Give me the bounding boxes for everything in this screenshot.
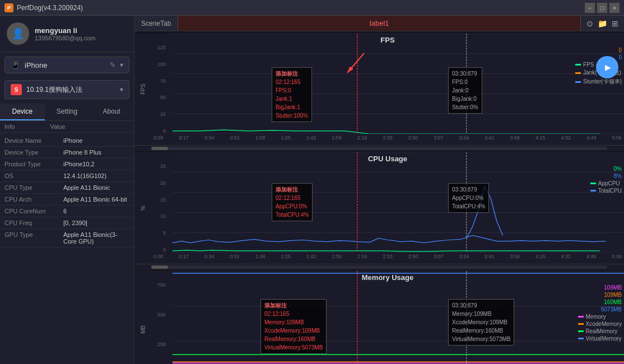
charts-area: FPS FPS 125 100 75 50 25 0 (134, 31, 624, 364)
app-title: PerfDog(v4.3.200924) (17, 4, 585, 12)
memory-chart-inner: Memory Usage 750 500 250 0 (151, 271, 624, 364)
user-email: 1395679580@qq.com (35, 35, 95, 41)
legend-appcpu: AppCPU (590, 180, 622, 186)
fps-tooltip-left: 添加标注 02:12:165 FPS:0 Jank:1 BigJank:1 St… (272, 67, 312, 122)
cpu-chart: % CPU Usage 25 20 15 10 5 0 (134, 152, 624, 264)
cpu-tooltip-left: 添加标注 02:12:165 AppCPU:0% TotalCPU:4% (272, 183, 313, 221)
info-row: CPU Type Apple A11 Bionic (0, 182, 134, 194)
info-value: iPhone (63, 137, 129, 144)
memory-legend: 109MB 109MB 160MB 5073MB Memory XcodeMem… (578, 284, 622, 342)
fps-tooltip-right: 03:30:879 FPS:0 Jank:0 BigJank:0 Stutter… (448, 67, 482, 114)
info-value: Apple A11 Bionic 64-bit (63, 196, 129, 203)
info-value: 6 (63, 208, 129, 214)
main-layout: 👤 mengyuan li 1395679580@qq.com 📱 iPhone… (0, 16, 624, 364)
info-row: CPU CoreNum 6 (0, 206, 134, 217)
content-area: SceneTab label1 ⊙ 📁 ⊞ FPS FPS 125 100 75 (134, 16, 624, 364)
tab-setting[interactable]: Setting (45, 104, 90, 120)
cpu-chart-title: CPU Usage (368, 155, 407, 163)
memory-tooltip-left: 添加标注 02:12:165 Memory:109MB XcodeMemory:… (260, 299, 327, 354)
info-value: iPhone10,2 (63, 161, 129, 167)
close-button[interactable]: × (609, 3, 620, 13)
svg-line-9 (347, 53, 364, 73)
play-button[interactable] (596, 56, 618, 78)
maximize-button[interactable]: □ (597, 3, 607, 13)
device-selector[interactable]: 📱 iPhone ✎ ▾ (4, 57, 129, 73)
info-row: CPU Arch Apple A11 Bionic 64-bit (0, 194, 134, 206)
info-key: CPU Arch (4, 196, 63, 203)
info-key: CPU Freq (4, 220, 63, 226)
fps-chart: FPS FPS 125 100 75 50 25 0 (134, 34, 624, 146)
cpu-legend: 0% 8% AppCPU TotalCPU (590, 166, 622, 194)
fps-arrow-annotation (325, 50, 370, 80)
avatar: 👤 (7, 22, 29, 45)
info-key: CPU Type (4, 184, 63, 191)
minimize-button[interactable]: − (585, 3, 595, 13)
info-key: OS (4, 172, 63, 179)
user-name: mengyuan li (35, 26, 95, 35)
scene-tab-label: SceneTab (134, 16, 178, 31)
memory-chart-svg (151, 271, 624, 364)
share-icon[interactable]: ⊞ (612, 19, 618, 28)
edit-icon[interactable]: ✎ (110, 61, 115, 69)
settings-icon[interactable]: ⊙ (586, 19, 593, 28)
legend-memory: Memory (578, 314, 622, 320)
folder-icon[interactable]: 📁 (598, 19, 607, 28)
info-row: Device Type iPhone 8 Plus (0, 147, 134, 158)
sidebar: 👤 mengyuan li 1395679580@qq.com 📱 iPhone… (0, 16, 134, 364)
legend-realmemory: RealMemory (578, 328, 622, 334)
sidebar-tabs: Device Setting About (0, 104, 134, 121)
legend-stutter: Stunter(卡顿率) (575, 78, 622, 86)
info-value: iPhone 8 Plus (63, 149, 129, 156)
fps-chart-inner: FPS 125 100 75 50 25 0 (151, 34, 624, 145)
device-dropdown-icon[interactable]: ▾ (120, 61, 123, 69)
tab-about[interactable]: About (89, 104, 134, 120)
memory-chart: MB Memory Usage 750 500 250 0 (134, 271, 624, 364)
window-controls: − □ × (585, 3, 620, 13)
tab-device[interactable]: Device (0, 104, 45, 120)
legend-totalcpu: TotalCPU (590, 188, 622, 194)
fps-xaxis: 0:00 0:17 0:34 0:51 1:08 1:25 1:42 1:59 … (151, 135, 624, 145)
memory-tooltip-right: 03:30:879 Memory:109MB XcodeMemory:109MB… (448, 299, 514, 346)
scene-tab-name[interactable]: label1 (178, 16, 581, 31)
cpu-chart-svg (151, 152, 624, 253)
info-row: CPU Freq [0, 2390] (0, 217, 134, 229)
fps-chart-title: FPS (380, 36, 394, 44)
input-method-icon: S (11, 84, 22, 95)
info-value: Apple A11 Bionic (63, 184, 129, 191)
info-value: [0, 2390] (63, 220, 129, 226)
info-row: OS 12.4.1(16G102) (0, 170, 134, 182)
info-key: Product Type (4, 161, 63, 167)
cpu-ylabel: % (134, 152, 151, 264)
input-dropdown-icon[interactable]: ▾ (120, 86, 123, 94)
legend-virtualmemory: VirtualMemory (578, 335, 622, 342)
info-row: Device Name iPhone (0, 135, 134, 147)
app-icon: P (4, 3, 13, 12)
fps-chart-svg (151, 34, 624, 134)
info-section-label: Info (4, 123, 15, 130)
info-value: Apple A11 Bionic(3-Core GPU) (63, 231, 129, 245)
phone-icon: 📱 (11, 60, 20, 69)
cpu-tooltip-right: 03:30:879 AppCPU:0% TotalCPU:4% (448, 183, 489, 213)
legend-xcodememory: XcodeMemory (578, 321, 622, 327)
user-profile: 👤 mengyuan li 1395679580@qq.com (0, 16, 134, 52)
info-key: CPU CoreNum (4, 208, 63, 214)
scene-tabbar: SceneTab label1 ⊙ 📁 ⊞ (134, 16, 624, 31)
value-column-label: Value (50, 123, 65, 130)
input-selector[interactable]: S 10.19.1搜狗输入法 ▾ (4, 80, 129, 99)
info-row: GPU Type Apple A11 Bionic(3-Core GPU) (0, 229, 134, 248)
info-key: Device Name (4, 137, 63, 144)
titlebar: P PerfDog(v4.3.200924) − □ × (0, 0, 624, 16)
user-info: mengyuan li 1395679580@qq.com (35, 26, 95, 41)
info-value: 12.4.1(16G102) (63, 172, 129, 179)
info-key: Device Type (4, 149, 63, 156)
info-table: Device Name iPhone Device Type iPhone 8 … (0, 133, 134, 364)
memory-chart-title: Memory Usage (362, 273, 413, 282)
info-key: GPU Type (4, 231, 63, 245)
scene-icons: ⊙ 📁 ⊞ (581, 19, 624, 28)
memory-ylabel: MB (134, 271, 151, 364)
info-row: Product Type iPhone10,2 (0, 158, 134, 170)
input-method-label: 10.19.1搜狗输入法 (26, 85, 115, 95)
cpu-xaxis: 0:00 0:17 0:34 0:51 1:08 1:25 1:42 1:59 … (151, 254, 624, 264)
device-name-label: iPhone (25, 61, 105, 69)
cpu-chart-inner: CPU Usage 25 20 15 10 5 0 (151, 152, 624, 264)
